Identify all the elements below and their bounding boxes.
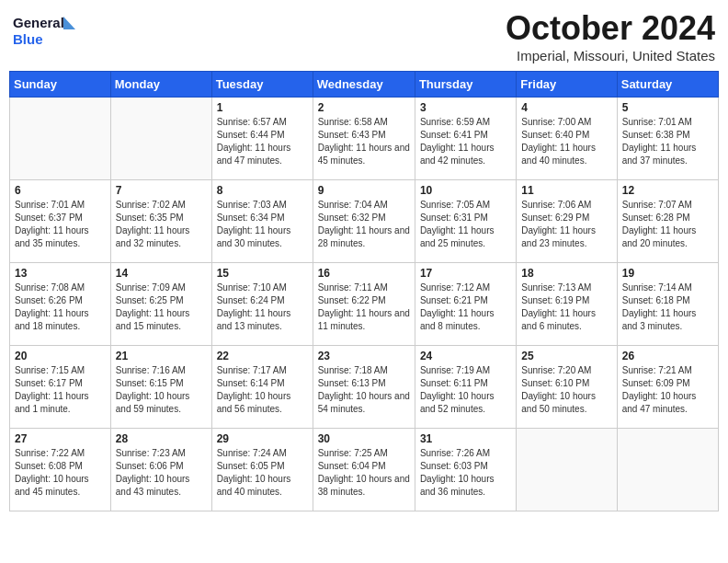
calendar-header-row: SundayMondayTuesdayWednesdayThursdayFrid… bbox=[10, 72, 719, 98]
day-number: 3 bbox=[420, 101, 511, 114]
day-header-thursday: Thursday bbox=[415, 72, 516, 98]
day-info: Sunrise: 7:15 AM Sunset: 6:17 PM Dayligh… bbox=[15, 364, 106, 416]
calendar-day-cell bbox=[617, 429, 718, 511]
day-number: 4 bbox=[521, 101, 611, 114]
day-info: Sunrise: 7:21 AM Sunset: 6:09 PM Dayligh… bbox=[622, 364, 713, 416]
calendar-day-cell: 3Sunrise: 6:59 AM Sunset: 6:41 PM Daylig… bbox=[415, 98, 516, 180]
calendar-day-cell: 29Sunrise: 7:24 AM Sunset: 6:05 PM Dayli… bbox=[211, 429, 313, 511]
day-info: Sunrise: 7:17 AM Sunset: 6:14 PM Dayligh… bbox=[217, 364, 308, 416]
calendar-day-cell: 28Sunrise: 7:23 AM Sunset: 6:06 PM Dayli… bbox=[110, 429, 211, 511]
svg-text:Blue: Blue bbox=[13, 31, 43, 47]
day-number: 25 bbox=[521, 350, 611, 362]
day-info: Sunrise: 7:22 AM Sunset: 6:08 PM Dayligh… bbox=[15, 447, 106, 499]
day-info: Sunrise: 6:59 AM Sunset: 6:41 PM Dayligh… bbox=[420, 116, 511, 167]
day-number: 30 bbox=[318, 432, 410, 445]
day-header-tuesday: Tuesday bbox=[211, 72, 313, 98]
day-number: 12 bbox=[622, 184, 713, 197]
calendar-day-cell: 30Sunrise: 7:25 AM Sunset: 6:04 PM Dayli… bbox=[313, 429, 415, 511]
calendar-week-row: 27Sunrise: 7:22 AM Sunset: 6:08 PM Dayli… bbox=[10, 429, 719, 511]
calendar-day-cell: 15Sunrise: 7:10 AM Sunset: 6:24 PM Dayli… bbox=[211, 263, 313, 346]
day-number: 17 bbox=[420, 267, 511, 280]
day-number: 19 bbox=[622, 267, 713, 280]
day-info: Sunrise: 7:18 AM Sunset: 6:13 PM Dayligh… bbox=[318, 364, 410, 416]
day-number: 6 bbox=[15, 184, 106, 197]
page-header: General Blue October 2024 Imperial, Miss… bbox=[9, 9, 719, 63]
day-info: Sunrise: 7:16 AM Sunset: 6:15 PM Dayligh… bbox=[116, 364, 207, 416]
day-header-wednesday: Wednesday bbox=[313, 72, 415, 98]
day-number: 7 bbox=[116, 184, 207, 197]
day-info: Sunrise: 7:08 AM Sunset: 6:26 PM Dayligh… bbox=[15, 282, 106, 333]
calendar-day-cell: 18Sunrise: 7:13 AM Sunset: 6:19 PM Dayli… bbox=[517, 263, 617, 346]
calendar-day-cell: 17Sunrise: 7:12 AM Sunset: 6:21 PM Dayli… bbox=[415, 263, 516, 346]
day-info: Sunrise: 7:25 AM Sunset: 6:04 PM Dayligh… bbox=[318, 447, 410, 499]
calendar-week-row: 1Sunrise: 6:57 AM Sunset: 6:44 PM Daylig… bbox=[10, 98, 719, 180]
calendar-day-cell: 22Sunrise: 7:17 AM Sunset: 6:14 PM Dayli… bbox=[211, 346, 313, 429]
calendar-day-cell: 1Sunrise: 6:57 AM Sunset: 6:44 PM Daylig… bbox=[211, 98, 313, 180]
calendar-day-cell: 9Sunrise: 7:04 AM Sunset: 6:32 PM Daylig… bbox=[313, 180, 415, 263]
day-info: Sunrise: 7:00 AM Sunset: 6:40 PM Dayligh… bbox=[521, 116, 611, 167]
day-number: 23 bbox=[318, 350, 410, 362]
day-number: 5 bbox=[622, 101, 713, 114]
calendar-day-cell: 31Sunrise: 7:26 AM Sunset: 6:03 PM Dayli… bbox=[415, 429, 516, 511]
calendar-day-cell: 27Sunrise: 7:22 AM Sunset: 6:08 PM Dayli… bbox=[10, 429, 111, 511]
day-number: 26 bbox=[622, 350, 713, 362]
logo: General Blue bbox=[13, 9, 86, 50]
calendar-day-cell: 7Sunrise: 7:02 AM Sunset: 6:35 PM Daylig… bbox=[110, 180, 211, 263]
day-number: 8 bbox=[217, 184, 308, 197]
day-number: 2 bbox=[318, 101, 410, 114]
day-number: 22 bbox=[217, 350, 308, 362]
calendar-title: October 2024 bbox=[506, 9, 715, 48]
day-info: Sunrise: 7:12 AM Sunset: 6:21 PM Dayligh… bbox=[420, 282, 511, 333]
day-number: 21 bbox=[116, 350, 207, 362]
day-info: Sunrise: 7:06 AM Sunset: 6:29 PM Dayligh… bbox=[521, 199, 611, 250]
calendar-day-cell: 11Sunrise: 7:06 AM Sunset: 6:29 PM Dayli… bbox=[517, 180, 617, 263]
day-number: 31 bbox=[420, 432, 511, 445]
day-number: 10 bbox=[420, 184, 511, 197]
day-number: 16 bbox=[318, 267, 410, 280]
calendar-day-cell: 19Sunrise: 7:14 AM Sunset: 6:18 PM Dayli… bbox=[617, 263, 718, 346]
calendar-day-cell: 25Sunrise: 7:20 AM Sunset: 6:10 PM Dayli… bbox=[517, 346, 617, 429]
calendar-day-cell: 5Sunrise: 7:01 AM Sunset: 6:38 PM Daylig… bbox=[617, 98, 718, 180]
title-block: October 2024 Imperial, Missouri, United … bbox=[506, 9, 715, 63]
day-number: 1 bbox=[217, 101, 308, 114]
day-info: Sunrise: 7:20 AM Sunset: 6:10 PM Dayligh… bbox=[521, 364, 611, 416]
day-number: 24 bbox=[420, 350, 511, 362]
calendar-day-cell bbox=[10, 98, 111, 180]
calendar-day-cell: 10Sunrise: 7:05 AM Sunset: 6:31 PM Dayli… bbox=[415, 180, 516, 263]
day-number: 14 bbox=[116, 267, 207, 280]
day-info: Sunrise: 7:02 AM Sunset: 6:35 PM Dayligh… bbox=[116, 199, 207, 250]
day-header-sunday: Sunday bbox=[10, 72, 111, 98]
calendar-day-cell: 20Sunrise: 7:15 AM Sunset: 6:17 PM Dayli… bbox=[10, 346, 111, 429]
calendar-day-cell: 6Sunrise: 7:01 AM Sunset: 6:37 PM Daylig… bbox=[10, 180, 111, 263]
calendar-day-cell: 13Sunrise: 7:08 AM Sunset: 6:26 PM Dayli… bbox=[10, 263, 111, 346]
day-header-friday: Friday bbox=[517, 72, 617, 98]
calendar-week-row: 6Sunrise: 7:01 AM Sunset: 6:37 PM Daylig… bbox=[10, 180, 719, 263]
day-info: Sunrise: 7:26 AM Sunset: 6:03 PM Dayligh… bbox=[420, 447, 511, 499]
calendar-subtitle: Imperial, Missouri, United States bbox=[506, 48, 715, 63]
day-info: Sunrise: 6:58 AM Sunset: 6:43 PM Dayligh… bbox=[318, 116, 410, 167]
day-info: Sunrise: 6:57 AM Sunset: 6:44 PM Dayligh… bbox=[217, 116, 308, 167]
calendar-day-cell bbox=[110, 98, 211, 180]
calendar-day-cell: 26Sunrise: 7:21 AM Sunset: 6:09 PM Dayli… bbox=[617, 346, 718, 429]
day-info: Sunrise: 7:05 AM Sunset: 6:31 PM Dayligh… bbox=[420, 199, 511, 250]
calendar-day-cell: 21Sunrise: 7:16 AM Sunset: 6:15 PM Dayli… bbox=[110, 346, 211, 429]
calendar-day-cell: 23Sunrise: 7:18 AM Sunset: 6:13 PM Dayli… bbox=[313, 346, 415, 429]
calendar-day-cell: 12Sunrise: 7:07 AM Sunset: 6:28 PM Dayli… bbox=[617, 180, 718, 263]
day-number: 20 bbox=[15, 350, 106, 362]
day-number: 28 bbox=[116, 432, 207, 445]
calendar-day-cell bbox=[517, 429, 617, 511]
day-info: Sunrise: 7:14 AM Sunset: 6:18 PM Dayligh… bbox=[622, 282, 713, 333]
svg-marker-1 bbox=[63, 17, 75, 29]
calendar-day-cell: 24Sunrise: 7:19 AM Sunset: 6:11 PM Dayli… bbox=[415, 346, 516, 429]
calendar-day-cell: 16Sunrise: 7:11 AM Sunset: 6:22 PM Dayli… bbox=[313, 263, 415, 346]
day-number: 15 bbox=[217, 267, 308, 280]
day-info: Sunrise: 7:04 AM Sunset: 6:32 PM Dayligh… bbox=[318, 199, 410, 250]
day-info: Sunrise: 7:23 AM Sunset: 6:06 PM Dayligh… bbox=[116, 447, 207, 499]
day-info: Sunrise: 7:13 AM Sunset: 6:19 PM Dayligh… bbox=[521, 282, 611, 333]
day-info: Sunrise: 7:01 AM Sunset: 6:38 PM Dayligh… bbox=[622, 116, 713, 167]
svg-text:General: General bbox=[13, 15, 64, 30]
calendar-week-row: 20Sunrise: 7:15 AM Sunset: 6:17 PM Dayli… bbox=[10, 346, 719, 429]
day-info: Sunrise: 7:11 AM Sunset: 6:22 PM Dayligh… bbox=[318, 282, 410, 333]
day-header-monday: Monday bbox=[110, 72, 211, 98]
day-header-saturday: Saturday bbox=[617, 72, 718, 98]
